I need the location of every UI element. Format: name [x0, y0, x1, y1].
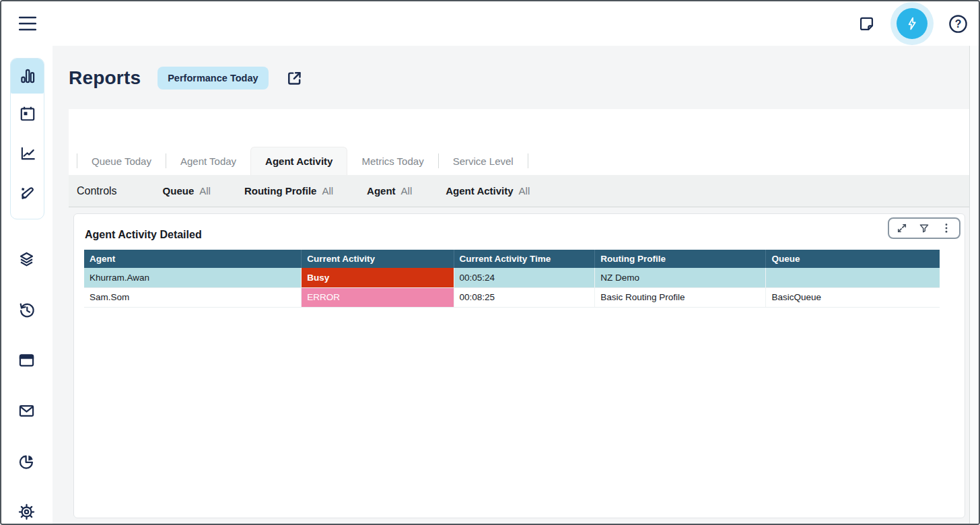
filter-name: Routing Profile [244, 185, 317, 197]
topbar-actions: ? [858, 1, 968, 46]
external-link-icon[interactable] [285, 69, 304, 88]
cell-activity: Busy [302, 268, 454, 287]
expand-icon[interactable] [896, 222, 908, 234]
filter-routing-profile[interactable]: Routing Profile All [244, 185, 333, 197]
sidebar-item-bar-chart[interactable] [11, 59, 44, 94]
cell-time: 00:05:24 [454, 268, 595, 287]
filter-name: Agent [367, 185, 396, 197]
agent-activity-card: Agent Activity Detailed [73, 213, 965, 518]
table-header-row: AgentCurrent ActivityCurrent Activity Ti… [84, 250, 940, 268]
sidebar [1, 46, 53, 524]
top-bar: ? [1, 1, 979, 46]
column-header[interactable]: Routing Profile [595, 250, 766, 268]
cell-queue: BasicQueue [766, 287, 940, 307]
svg-text:?: ? [955, 18, 962, 30]
filter-value: All [199, 185, 211, 197]
app-window: ? [0, 0, 980, 525]
filter-funnel-icon[interactable] [918, 222, 930, 234]
kebab-menu-icon[interactable] [940, 222, 952, 234]
flash-icon[interactable] [897, 8, 928, 39]
tab-queue-today[interactable]: Queue Today [77, 147, 166, 175]
column-header[interactable]: Agent [84, 250, 302, 268]
filter-name: Queue [163, 185, 195, 197]
controls-label: Controls [77, 185, 117, 197]
page-title: Reports [69, 67, 141, 89]
sidebar-lower-group [10, 234, 44, 525]
sidebar-item-window[interactable] [10, 335, 43, 386]
main-content: Reports Performance Today Queue Today Ag… [53, 46, 979, 524]
sidebar-item-history[interactable] [10, 285, 43, 335]
tab-agent-activity[interactable]: Agent Activity [250, 147, 347, 175]
sidebar-item-calendar[interactable] [11, 94, 44, 133]
filter-name: Agent Activity [446, 185, 513, 197]
table-row[interactable]: Sam.SomERROR00:08:25Basic Routing Profil… [84, 287, 940, 307]
agent-table-body: Khurram.AwanBusy00:05:24NZ DemoSam.SomER… [84, 268, 940, 307]
filter-agent[interactable]: Agent All [367, 185, 412, 197]
card-title: Agent Activity Detailed [85, 229, 202, 241]
column-header[interactable]: Current Activity Time [454, 250, 595, 268]
filter-value: All [519, 185, 530, 197]
filter-value: All [322, 185, 333, 197]
cell-activity: ERROR [302, 287, 454, 307]
flash-button-halo [890, 2, 934, 45]
sidebar-item-settings[interactable] [10, 487, 43, 525]
performance-today-badge[interactable]: Performance Today [158, 67, 268, 90]
filter-queue[interactable]: Queue All [163, 185, 211, 197]
tab-metrics-today[interactable]: Metrics Today [347, 147, 438, 175]
table-row[interactable]: Khurram.AwanBusy00:05:24NZ Demo [84, 268, 940, 287]
hamburger-menu-icon[interactable] [19, 15, 36, 32]
cell-agent: Sam.Som [84, 287, 302, 307]
column-header[interactable]: Current Activity [302, 250, 454, 268]
note-icon[interactable] [858, 15, 876, 33]
cell-routing_profile: Basic Routing Profile [595, 287, 766, 307]
filter-agent-activity[interactable]: Agent Activity All [446, 185, 530, 197]
cell-queue [766, 268, 940, 287]
agent-activity-table: AgentCurrent ActivityCurrent Activity Ti… [84, 250, 940, 308]
tab-agent-today[interactable]: Agent Today [166, 147, 250, 175]
tab-strip: Queue Today Agent Today Agent Activity M… [77, 147, 528, 175]
cell-time: 00:08:25 [454, 287, 595, 307]
tab-separator [528, 153, 528, 168]
sidebar-item-layers[interactable] [10, 234, 43, 285]
help-icon[interactable]: ? [948, 14, 968, 34]
sidebar-item-pie-chart[interactable] [10, 436, 43, 487]
cell-agent: Khurram.Awan [84, 268, 302, 287]
tab-panel: Queue Today Agent Today Agent Activity M… [69, 109, 969, 175]
cell-routing_profile: NZ Demo [595, 268, 766, 287]
sidebar-item-line-chart[interactable] [11, 133, 44, 173]
card-toolbar [888, 217, 960, 239]
filter-value: All [401, 185, 413, 197]
tab-service-level[interactable]: Service Level [439, 147, 528, 175]
vertical-scrollbar[interactable] [969, 46, 979, 524]
sidebar-report-group [10, 58, 44, 219]
column-header[interactable]: Queue [766, 250, 940, 268]
page-header: Reports Performance Today [69, 63, 304, 93]
sidebar-item-brush[interactable] [11, 173, 44, 213]
sidebar-item-mail[interactable] [10, 386, 43, 436]
controls-bar: Controls Queue All Routing Profile All A… [69, 175, 969, 207]
